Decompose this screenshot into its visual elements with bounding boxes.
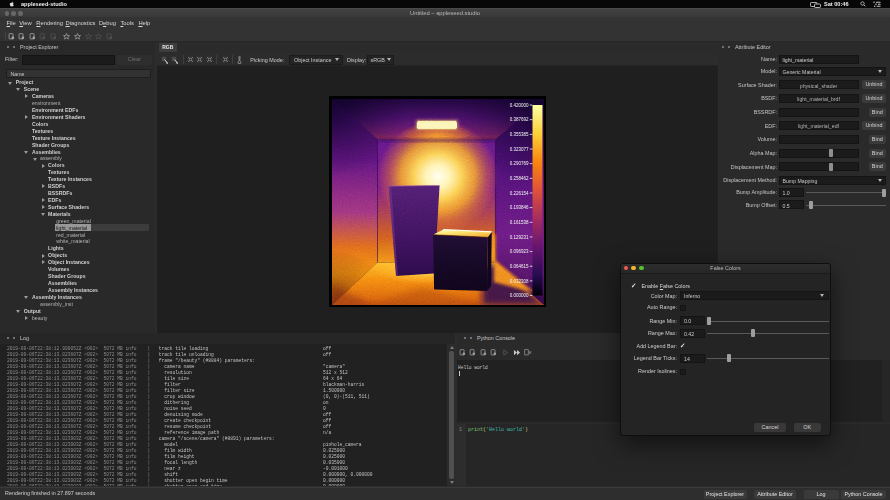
svg-text:0.161538: 0.161538 xyxy=(509,219,528,224)
svg-text:0.290769: 0.290769 xyxy=(509,161,528,166)
svg-text:0.129231: 0.129231 xyxy=(509,234,528,239)
svg-text:0.226154: 0.226154 xyxy=(509,190,528,195)
svg-text:0.420000: 0.420000 xyxy=(509,102,528,107)
svg-text:0.096923: 0.096923 xyxy=(509,249,528,254)
svg-text:0.387692: 0.387692 xyxy=(509,117,528,122)
svg-text:0.355385: 0.355385 xyxy=(509,132,528,137)
svg-text:0.323077: 0.323077 xyxy=(509,146,528,151)
svg-text:0.193846: 0.193846 xyxy=(509,205,528,210)
svg-text:0.000000: 0.000000 xyxy=(509,293,528,298)
svg-text:0.064615: 0.064615 xyxy=(509,263,528,268)
svg-text:0.032308: 0.032308 xyxy=(509,278,528,283)
svg-text:0.258462: 0.258462 xyxy=(509,175,528,180)
